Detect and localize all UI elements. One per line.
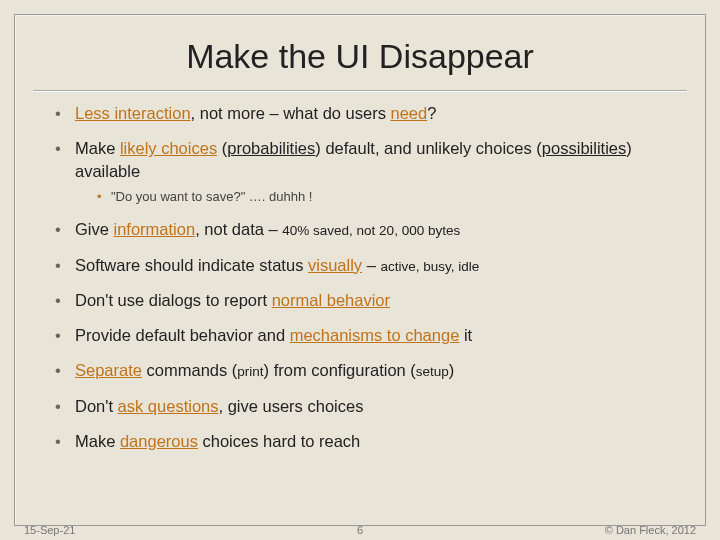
bullet-item: Software should indicate status visually… (55, 254, 675, 276)
bullet-item: Separate commands (print) from configura… (55, 359, 675, 381)
bullet-list: Less interaction, not more – what do use… (15, 102, 705, 452)
bullet-item: Make likely choices (probabilities) defa… (55, 137, 675, 205)
footer: 15-Sep-21 6 © Dan Fleck, 2012 (24, 524, 696, 536)
slide-frame: Make the UI Disappear Less interaction, … (14, 14, 706, 526)
bullet-item: Less interaction, not more – what do use… (55, 102, 675, 124)
bullet-item: Don't ask questions, give users choices (55, 395, 675, 417)
footer-date: 15-Sep-21 (24, 524, 75, 536)
footer-copyright: © Dan Fleck, 2012 (605, 524, 696, 536)
footer-page: 6 (357, 524, 363, 536)
horizontal-rule (33, 90, 687, 92)
slide-title: Make the UI Disappear (15, 37, 705, 76)
bullet-item: Don't use dialogs to report normal behav… (55, 289, 675, 311)
bullet-item: Provide default behavior and mechanisms … (55, 324, 675, 346)
bullet-item: Give information, not data – 40% saved, … (55, 218, 675, 240)
sub-bullet-item: "Do you want to save?" …. duhhh ! (97, 188, 675, 206)
bullet-item: Make dangerous choices hard to reach (55, 430, 675, 452)
